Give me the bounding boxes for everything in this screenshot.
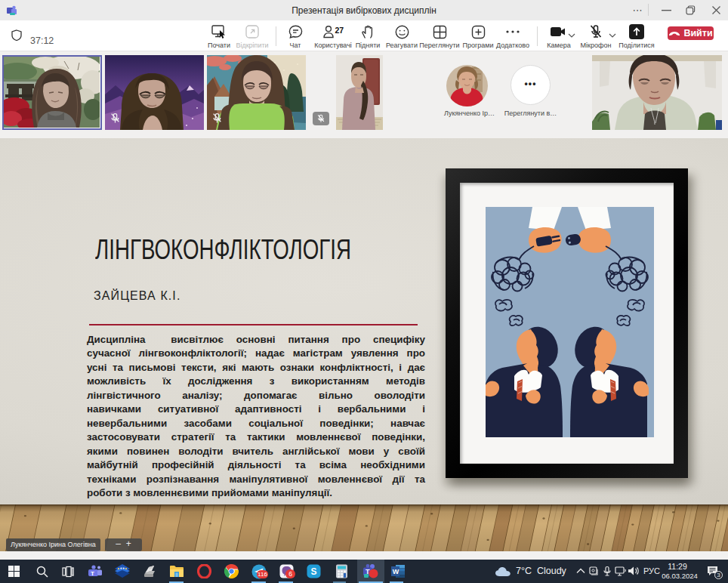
- svg-text:W: W: [392, 568, 399, 575]
- svg-text:T: T: [91, 570, 94, 577]
- svg-text:S: S: [311, 566, 317, 577]
- svg-text:27: 27: [335, 26, 344, 35]
